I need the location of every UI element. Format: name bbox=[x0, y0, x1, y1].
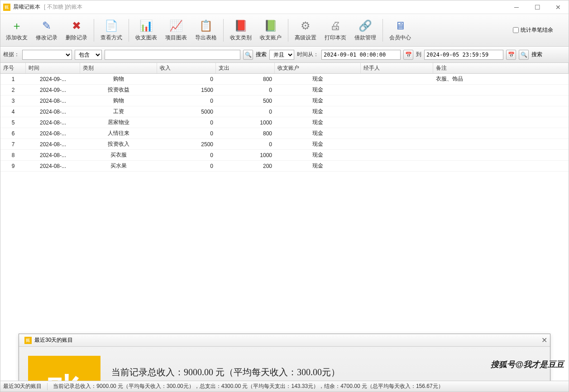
delete-label: 删除记录 bbox=[66, 34, 87, 42]
calendar-from-icon[interactable]: 📅 bbox=[403, 50, 413, 60]
col-category[interactable]: 类别 bbox=[80, 63, 157, 73]
col-time[interactable]: 时间 bbox=[26, 63, 80, 73]
table-row[interactable]: 92024-08-...买水果0200现金 bbox=[0, 161, 569, 172]
cell: 2024-08-... bbox=[26, 141, 80, 148]
advanced-button[interactable]: ⚙高级设置 bbox=[291, 16, 320, 45]
cell: 现金 bbox=[275, 97, 361, 105]
add-button[interactable]: ＋添加收支 bbox=[2, 16, 31, 45]
cell: 2024-08-... bbox=[26, 130, 80, 137]
cell: 投资收益 bbox=[80, 86, 157, 94]
time-to-label: 到 bbox=[416, 51, 421, 58]
table-row[interactable]: 62024-08-...人情往来0800现金 bbox=[0, 128, 569, 139]
maximize-button[interactable]: ☐ bbox=[527, 0, 548, 14]
operator-select[interactable]: 包含 bbox=[75, 50, 102, 60]
cell: 买水果 bbox=[80, 162, 157, 170]
toolbar-separator bbox=[288, 19, 288, 42]
export-button[interactable]: 📋导出表格 bbox=[191, 16, 220, 45]
cell: 现金 bbox=[275, 119, 361, 126]
col-expense[interactable]: 支出 bbox=[216, 63, 275, 73]
projchart-label: 项目图表 bbox=[165, 34, 187, 42]
table-row[interactable]: 72024-08-...投资收入25000现金 bbox=[0, 139, 569, 150]
table-row[interactable]: 12024-09-...购物0800现金衣服、饰品 bbox=[0, 74, 569, 85]
cell: 0 bbox=[157, 120, 216, 126]
table-row[interactable]: 82024-08-...买衣服01000现金 bbox=[0, 150, 569, 161]
status-right: 当前记录总收入：9000.00 元（平均每天收入：300.00元），总支出：43… bbox=[53, 382, 443, 390]
cell: 1000 bbox=[216, 152, 275, 158]
col-person[interactable]: 经手人 bbox=[361, 63, 433, 73]
types-button[interactable]: 📕收支类别 bbox=[226, 16, 255, 45]
go-search-icon[interactable]: 🔍 bbox=[519, 50, 529, 60]
cell: 0 bbox=[157, 163, 216, 169]
cell: 现金 bbox=[275, 75, 361, 83]
table-row[interactable]: 32024-08-...购物0500现金 bbox=[0, 96, 569, 106]
cell: 7 bbox=[0, 141, 26, 148]
col-seq[interactable]: 序号 bbox=[0, 63, 26, 73]
cell: 5 bbox=[0, 120, 26, 126]
cell: 0 bbox=[157, 76, 216, 82]
stat-single-label: 统计单笔结余 bbox=[521, 26, 553, 34]
print-button[interactable]: 🖨打印本页 bbox=[321, 16, 350, 45]
add-icon: ＋ bbox=[10, 19, 24, 33]
basis-label: 根据： bbox=[3, 51, 19, 58]
stat-single-checkbox[interactable]: 统计单笔结余 bbox=[513, 26, 553, 34]
filter-bar: 根据： 包含 🔍 搜索 并且 时间从： 📅 到 📅 🔍 搜索 bbox=[0, 47, 569, 63]
date-from-input[interactable] bbox=[321, 50, 401, 60]
table-row[interactable]: 52024-08-...居家物业01000现金 bbox=[0, 117, 569, 128]
edit-label: 修改记录 bbox=[36, 34, 57, 42]
cell: 人情往来 bbox=[80, 129, 157, 137]
table-row[interactable]: 42024-08-...工资50000现金 bbox=[0, 106, 569, 117]
app-icon: 账 bbox=[3, 4, 10, 11]
app-title: 晨曦记账本 bbox=[13, 3, 40, 11]
loan-button[interactable]: 🔗借款管理 bbox=[351, 16, 380, 45]
toolbar: ＋添加收支✎修改记录✖删除记录📄查看方式📊收支图表📈项目图表📋导出表格📕收支类别… bbox=[0, 14, 569, 47]
accounts-button[interactable]: 📗收支账户 bbox=[256, 16, 285, 45]
stat-single-input[interactable] bbox=[513, 27, 519, 33]
member-button[interactable]: 🖥会员中心 bbox=[386, 16, 415, 45]
cell: 衣服、饰品 bbox=[433, 75, 569, 83]
barchart-button[interactable]: 📊收支图表 bbox=[132, 16, 161, 45]
delete-icon: ✖ bbox=[69, 19, 84, 33]
loan-icon: 🔗 bbox=[358, 19, 373, 33]
col-income[interactable]: 收入 bbox=[157, 63, 216, 73]
search-icon[interactable]: 🔍 bbox=[243, 50, 253, 60]
projchart-icon: 📈 bbox=[169, 19, 183, 33]
date-to-input[interactable] bbox=[424, 50, 503, 60]
cell: 800 bbox=[216, 130, 275, 137]
titlebar: 账 晨曦记账本 [ 不加糖 ]的账本 ─ ☐ ✕ bbox=[0, 0, 569, 14]
minimize-button[interactable]: ─ bbox=[506, 0, 527, 14]
cell: 8 bbox=[0, 152, 26, 158]
edit-button[interactable]: ✎修改记录 bbox=[32, 16, 61, 45]
summary-panel: 账 最近30天的账目 ✕ 账 当前记录总收入：9000.00 元（平均每天收入：… bbox=[19, 334, 550, 381]
view-label: 查看方式 bbox=[100, 34, 122, 42]
grid-body[interactable]: 12024-09-...购物0800现金衣服、饰品22024-09-...投资收… bbox=[0, 74, 569, 381]
col-account[interactable]: 收支账户 bbox=[275, 63, 361, 73]
cell: 2024-08-... bbox=[26, 163, 80, 169]
cell: 0 bbox=[216, 109, 275, 115]
calendar-to-icon[interactable]: 📅 bbox=[506, 50, 516, 60]
col-remark[interactable]: 备注 bbox=[433, 63, 569, 73]
view-button[interactable]: 📄查看方式 bbox=[97, 16, 126, 45]
projchart-button[interactable]: 📈项目图表 bbox=[162, 16, 191, 45]
summary-text: 当前记录总收入：9000.00 元（平均每天收入：300.00元） 总支出：43… bbox=[111, 362, 340, 381]
accounts-label: 收支账户 bbox=[260, 34, 282, 42]
summary-close-icon[interactable]: ✕ bbox=[541, 336, 547, 344]
close-button[interactable]: ✕ bbox=[548, 0, 569, 14]
summary-logo: 账 bbox=[28, 356, 100, 381]
cell: 投资收入 bbox=[80, 140, 157, 148]
summary-icon: 账 bbox=[24, 337, 32, 344]
search-label: 搜索 bbox=[256, 51, 267, 58]
search-input[interactable] bbox=[105, 50, 240, 60]
cell: 2024-08-... bbox=[26, 109, 80, 115]
cell: 0 bbox=[157, 130, 216, 137]
cell: 2024-09-... bbox=[26, 87, 80, 93]
table-row[interactable]: 22024-09-...投资收益15000现金 bbox=[0, 85, 569, 96]
print-label: 打印本页 bbox=[325, 34, 346, 42]
status-left: 最近30天的账目 bbox=[3, 382, 42, 390]
cell: 1000 bbox=[216, 120, 275, 126]
cell: 工资 bbox=[80, 108, 157, 115]
toolbar-separator bbox=[129, 19, 129, 42]
basis-select[interactable] bbox=[22, 50, 72, 60]
cell: 4 bbox=[0, 109, 26, 115]
delete-button[interactable]: ✖删除记录 bbox=[62, 16, 91, 45]
logic-select[interactable]: 并且 bbox=[269, 50, 294, 60]
